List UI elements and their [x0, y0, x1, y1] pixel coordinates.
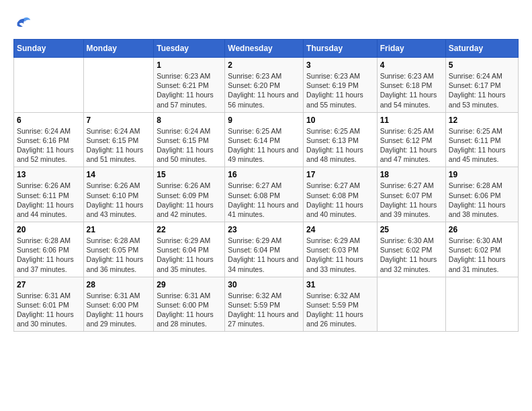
calendar-cell: 21Sunrise: 6:28 AM Sunset: 6:05 PM Dayli…	[83, 222, 154, 277]
calendar-cell: 26Sunrise: 6:30 AM Sunset: 6:02 PM Dayli…	[445, 222, 518, 277]
week-row-5: 27Sunrise: 6:31 AM Sunset: 6:01 PM Dayli…	[14, 277, 519, 332]
calendar-cell	[445, 277, 518, 332]
day-number: 27	[17, 280, 81, 289]
day-info: Sunrise: 6:29 AM Sunset: 6:04 PM Dayligh…	[157, 236, 214, 273]
day-info: Sunrise: 6:25 AM Sunset: 6:13 PM Dayligh…	[306, 127, 363, 164]
logo-bird-icon	[13, 13, 32, 32]
day-info: Sunrise: 6:27 AM Sunset: 6:08 PM Dayligh…	[228, 181, 298, 218]
day-number: 5	[449, 60, 515, 70]
day-info: Sunrise: 6:29 AM Sunset: 6:04 PM Dayligh…	[228, 236, 298, 273]
day-info: Sunrise: 6:23 AM Sunset: 6:21 PM Dayligh…	[157, 72, 214, 109]
calendar-cell: 11Sunrise: 6:25 AM Sunset: 6:12 PM Dayli…	[377, 112, 445, 167]
day-number: 29	[157, 280, 222, 289]
day-number: 3	[306, 60, 374, 70]
day-info: Sunrise: 6:23 AM Sunset: 6:18 PM Dayligh…	[380, 72, 437, 109]
calendar-cell: 4Sunrise: 6:23 AM Sunset: 6:18 PM Daylig…	[377, 58, 445, 113]
calendar-cell: 30Sunrise: 6:32 AM Sunset: 5:59 PM Dayli…	[225, 277, 304, 332]
calendar-cell: 22Sunrise: 6:29 AM Sunset: 6:04 PM Dayli…	[154, 222, 225, 277]
calendar-cell: 17Sunrise: 6:27 AM Sunset: 6:08 PM Dayli…	[304, 167, 378, 222]
column-header-friday: Friday	[377, 40, 445, 58]
week-row-2: 6Sunrise: 6:24 AM Sunset: 6:16 PM Daylig…	[14, 112, 519, 167]
calendar-cell: 27Sunrise: 6:31 AM Sunset: 6:01 PM Dayli…	[14, 277, 84, 332]
day-info: Sunrise: 6:26 AM Sunset: 6:09 PM Dayligh…	[157, 181, 214, 218]
day-number: 10	[306, 116, 374, 125]
day-info: Sunrise: 6:26 AM Sunset: 6:11 PM Dayligh…	[17, 181, 74, 218]
header	[13, 13, 519, 32]
day-number: 22	[157, 225, 222, 234]
day-number: 24	[306, 225, 374, 234]
day-info: Sunrise: 6:24 AM Sunset: 6:17 PM Dayligh…	[449, 72, 506, 109]
day-info: Sunrise: 6:28 AM Sunset: 6:05 PM Dayligh…	[87, 236, 144, 273]
day-number: 15	[157, 170, 222, 179]
day-info: Sunrise: 6:29 AM Sunset: 6:03 PM Dayligh…	[306, 236, 363, 273]
day-number: 28	[87, 280, 151, 289]
calendar-cell: 18Sunrise: 6:27 AM Sunset: 6:07 PM Dayli…	[377, 167, 445, 222]
column-header-thursday: Thursday	[304, 40, 378, 58]
calendar-cell: 19Sunrise: 6:28 AM Sunset: 6:06 PM Dayli…	[445, 167, 518, 222]
day-info: Sunrise: 6:32 AM Sunset: 5:59 PM Dayligh…	[306, 291, 363, 328]
day-number: 21	[87, 225, 151, 234]
day-number: 11	[380, 116, 443, 125]
week-row-4: 20Sunrise: 6:28 AM Sunset: 6:06 PM Dayli…	[14, 222, 519, 277]
calendar-cell: 20Sunrise: 6:28 AM Sunset: 6:06 PM Dayli…	[14, 222, 84, 277]
day-number: 13	[17, 170, 81, 179]
calendar-cell: 1Sunrise: 6:23 AM Sunset: 6:21 PM Daylig…	[154, 58, 225, 113]
calendar-cell: 7Sunrise: 6:24 AM Sunset: 6:15 PM Daylig…	[83, 112, 154, 167]
calendar-cell: 29Sunrise: 6:31 AM Sunset: 6:00 PM Dayli…	[154, 277, 225, 332]
day-info: Sunrise: 6:28 AM Sunset: 6:06 PM Dayligh…	[17, 236, 74, 273]
day-number: 4	[380, 60, 443, 70]
calendar-cell	[83, 58, 154, 113]
calendar-cell: 6Sunrise: 6:24 AM Sunset: 6:16 PM Daylig…	[14, 112, 84, 167]
header-row: SundayMondayTuesdayWednesdayThursdayFrid…	[14, 40, 519, 58]
calendar-cell: 15Sunrise: 6:26 AM Sunset: 6:09 PM Dayli…	[154, 167, 225, 222]
day-number: 2	[228, 60, 300, 70]
day-info: Sunrise: 6:27 AM Sunset: 6:08 PM Dayligh…	[306, 181, 363, 218]
calendar-cell: 24Sunrise: 6:29 AM Sunset: 6:03 PM Dayli…	[304, 222, 378, 277]
day-info: Sunrise: 6:23 AM Sunset: 6:19 PM Dayligh…	[306, 72, 363, 109]
calendar-cell: 8Sunrise: 6:24 AM Sunset: 6:15 PM Daylig…	[154, 112, 225, 167]
day-info: Sunrise: 6:25 AM Sunset: 6:12 PM Dayligh…	[380, 127, 437, 164]
column-header-sunday: Sunday	[14, 40, 84, 58]
day-number: 26	[449, 225, 515, 234]
day-number: 31	[306, 280, 374, 289]
day-info: Sunrise: 6:28 AM Sunset: 6:06 PM Dayligh…	[449, 181, 506, 218]
day-number: 6	[17, 116, 81, 125]
day-number: 17	[306, 170, 374, 179]
day-number: 23	[228, 225, 300, 234]
column-header-monday: Monday	[83, 40, 154, 58]
day-info: Sunrise: 6:30 AM Sunset: 6:02 PM Dayligh…	[449, 236, 506, 273]
day-info: Sunrise: 6:31 AM Sunset: 6:00 PM Dayligh…	[157, 291, 214, 328]
day-number: 14	[87, 170, 151, 179]
calendar-cell: 12Sunrise: 6:25 AM Sunset: 6:11 PM Dayli…	[445, 112, 518, 167]
day-info: Sunrise: 6:25 AM Sunset: 6:11 PM Dayligh…	[449, 127, 506, 164]
calendar-table: SundayMondayTuesdayWednesdayThursdayFrid…	[13, 39, 519, 332]
calendar-cell: 13Sunrise: 6:26 AM Sunset: 6:11 PM Dayli…	[14, 167, 84, 222]
day-info: Sunrise: 6:24 AM Sunset: 6:15 PM Dayligh…	[87, 127, 144, 164]
calendar-cell: 2Sunrise: 6:23 AM Sunset: 6:20 PM Daylig…	[225, 58, 304, 113]
day-info: Sunrise: 6:23 AM Sunset: 6:20 PM Dayligh…	[228, 72, 298, 109]
day-number: 12	[449, 116, 515, 125]
day-number: 30	[228, 280, 300, 289]
logo	[13, 13, 35, 32]
day-info: Sunrise: 6:27 AM Sunset: 6:07 PM Dayligh…	[380, 181, 437, 218]
calendar-cell: 14Sunrise: 6:26 AM Sunset: 6:10 PM Dayli…	[83, 167, 154, 222]
calendar-cell: 16Sunrise: 6:27 AM Sunset: 6:08 PM Dayli…	[225, 167, 304, 222]
day-number: 18	[380, 170, 443, 179]
column-header-tuesday: Tuesday	[154, 40, 225, 58]
week-row-1: 1Sunrise: 6:23 AM Sunset: 6:21 PM Daylig…	[14, 58, 519, 113]
day-number: 9	[228, 116, 300, 125]
day-number: 25	[380, 225, 443, 234]
calendar-cell: 25Sunrise: 6:30 AM Sunset: 6:02 PM Dayli…	[377, 222, 445, 277]
day-number: 7	[87, 116, 151, 125]
day-info: Sunrise: 6:31 AM Sunset: 6:01 PM Dayligh…	[17, 291, 74, 328]
calendar-cell: 9Sunrise: 6:25 AM Sunset: 6:14 PM Daylig…	[225, 112, 304, 167]
day-number: 20	[17, 225, 81, 234]
column-header-saturday: Saturday	[445, 40, 518, 58]
calendar-cell: 5Sunrise: 6:24 AM Sunset: 6:17 PM Daylig…	[445, 58, 518, 113]
week-row-3: 13Sunrise: 6:26 AM Sunset: 6:11 PM Dayli…	[14, 167, 519, 222]
calendar-cell: 10Sunrise: 6:25 AM Sunset: 6:13 PM Dayli…	[304, 112, 378, 167]
day-number: 1	[157, 60, 222, 70]
calendar-cell: 31Sunrise: 6:32 AM Sunset: 5:59 PM Dayli…	[304, 277, 378, 332]
column-header-wednesday: Wednesday	[225, 40, 304, 58]
day-info: Sunrise: 6:26 AM Sunset: 6:10 PM Dayligh…	[87, 181, 144, 218]
